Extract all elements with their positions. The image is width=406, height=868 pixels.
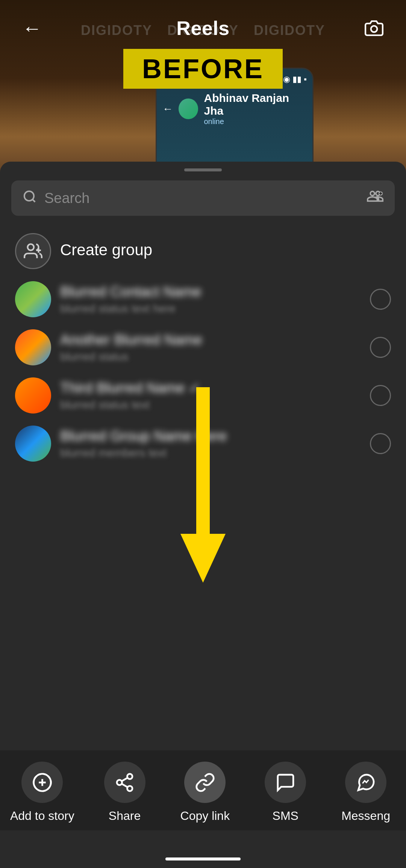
create-group-avatar [15, 233, 51, 269]
create-group-item[interactable]: Create group [8, 227, 398, 275]
create-group-label: Create group [60, 241, 391, 259]
contact-avatar-1 [15, 281, 51, 317]
contact-avatar-3 [15, 377, 51, 414]
sms-icon [265, 762, 306, 803]
messenger-action[interactable]: Messeng [336, 762, 396, 823]
before-badge: BEFORE [123, 49, 283, 89]
svg-line-17 [122, 783, 128, 787]
sms-label: SMS [273, 809, 298, 823]
phone-contact-name: Abhinav Ranjan Jha [204, 92, 307, 117]
contact-item-1[interactable]: Blurred Contact Name blurred status text… [8, 275, 398, 323]
search-placeholder[interactable]: Search [44, 190, 359, 206]
share-action[interactable]: Share [95, 762, 155, 823]
yellow-arrow-container [180, 387, 226, 583]
radio-btn-3[interactable] [370, 385, 391, 406]
svg-rect-8 [196, 387, 210, 534]
sheet-handle [184, 168, 222, 171]
contact-avatar-2 [15, 329, 51, 365]
copy-link-icon [184, 762, 226, 803]
svg-marker-9 [180, 534, 226, 583]
home-indicator [165, 857, 241, 860]
phone-back-icon: ← [162, 103, 173, 115]
svg-point-15 [117, 780, 122, 785]
svg-point-5 [27, 244, 34, 250]
contact-item-2[interactable]: Another Blurred Name blurred status [8, 323, 398, 371]
contact-avatar-4 [15, 426, 51, 462]
back-icon[interactable]: ← [19, 15, 45, 41]
copy-link-action[interactable]: Copy link [175, 762, 235, 823]
contact-status-2: blurred status [60, 350, 361, 363]
search-icon [23, 189, 37, 207]
radio-btn-2[interactable] [370, 337, 391, 358]
contact-name-1: Blurred Contact Name [60, 284, 361, 300]
radio-btn-4[interactable] [370, 433, 391, 454]
radio-btn-1[interactable] [370, 289, 391, 310]
contact-info-1: Blurred Contact Name blurred status text… [60, 284, 361, 315]
share-icon [104, 762, 145, 803]
add-to-story-label: Add to story [10, 809, 74, 823]
create-group-info: Create group [60, 241, 391, 261]
messenger-icon [345, 762, 386, 803]
svg-line-18 [122, 777, 128, 781]
svg-point-0 [371, 26, 377, 32]
reel-title: Reels [176, 17, 229, 39]
copy-link-label: Copy link [180, 809, 230, 823]
svg-point-1 [24, 191, 34, 200]
sms-action[interactable]: SMS [255, 762, 315, 823]
svg-point-16 [127, 786, 132, 791]
contact-status-1: blurred status text here [60, 302, 361, 315]
phone-avatar [179, 98, 198, 119]
add-to-story-icon [21, 762, 63, 803]
add-people-icon[interactable] [367, 188, 383, 208]
camera-icon[interactable] [361, 15, 387, 41]
svg-point-14 [127, 774, 132, 779]
yellow-arrow-svg [180, 387, 226, 583]
phone-contact-status: online [204, 117, 307, 126]
share-label: Share [109, 809, 141, 823]
bottom-actions-bar: Add to story Share Copy link [0, 750, 406, 830]
contact-name-2: Another Blurred Name [60, 332, 361, 348]
contact-info-2: Another Blurred Name blurred status [60, 332, 361, 363]
add-to-story-action[interactable]: Add to story [10, 762, 74, 823]
messenger-label: Messeng [341, 809, 390, 823]
search-bar[interactable]: Search [11, 180, 395, 216]
reel-header: ← Reels [0, 0, 406, 49]
